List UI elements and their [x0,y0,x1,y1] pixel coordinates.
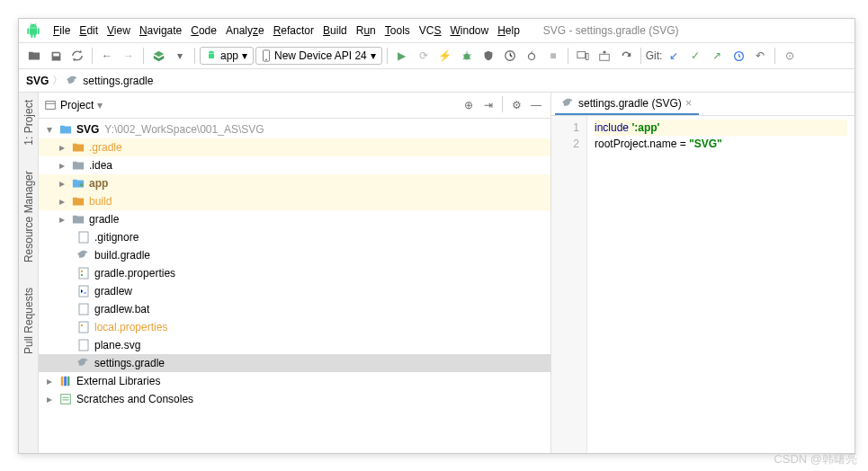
attach-debug-icon[interactable] [522,46,541,66]
open-icon[interactable] [24,46,44,66]
tree-gradle-dir[interactable]: ▸ .gradle [39,138,550,156]
menu-run[interactable]: Run [353,22,380,39]
toolwindow-pull-requests[interactable]: Pull Requests [21,284,37,358]
toolwindow-project[interactable]: 1: Project [21,96,37,149]
coverage-icon[interactable] [479,46,498,66]
tree-gradlew[interactable]: gradlew [39,282,550,300]
code-line: include ':app' [595,120,847,136]
chevron-right-icon: 〉 [52,73,63,88]
svg-rect-17 [79,322,88,333]
module-combo[interactable]: app ▾ [200,47,254,65]
menu-file[interactable]: File [49,22,74,39]
sdk-icon[interactable] [595,46,614,66]
editor-code[interactable]: include ':app' rootProject.name = "SVG" [587,116,855,453]
editor-panel: settings.gradle (SVG) × 1 2 include ':ap… [551,93,855,453]
menu-edit[interactable]: Edit [76,22,102,39]
breadcrumb-root[interactable]: SVG [26,75,49,87]
stop-icon[interactable]: ■ [543,46,563,66]
svg-rect-22 [67,377,70,387]
tree-gitignore[interactable]: .gitignore [39,228,550,246]
chevron-right-icon[interactable]: ▸ [57,178,67,189]
save-icon[interactable] [46,46,66,66]
debug-icon[interactable] [457,46,477,66]
editor-body[interactable]: 1 2 include ':app' rootProject.name = "S… [551,116,855,453]
sync-icon[interactable] [67,46,87,66]
svg-rect-12 [79,268,88,279]
tree-plane-svg[interactable]: plane.svg [39,336,550,354]
gradle-icon [76,356,91,370]
chevron-right-icon[interactable]: ▸ [57,160,67,171]
gear-icon[interactable]: ⚙ [507,96,525,114]
menu-refactor[interactable]: Refactor [270,22,318,39]
editor-tab-settings-gradle[interactable]: settings.gradle (SVG) × [555,93,699,115]
hide-icon[interactable]: — [527,96,545,114]
gradle-sync-icon[interactable] [616,46,636,66]
svg-rect-21 [64,377,67,387]
apply-code-icon[interactable]: ⚡ [435,46,455,66]
git-push-icon[interactable]: ↗ [707,46,727,66]
gradle-icon [67,75,79,87]
device-combo[interactable]: New Device API 24 ▾ [255,47,382,65]
file-icon [76,230,91,244]
menu-code[interactable]: Code [187,22,220,39]
tree-gradle2-dir[interactable]: ▸ gradle [39,210,550,228]
chevron-right-icon[interactable]: ▸ [44,376,55,387]
git-rollback-icon[interactable]: ↶ [750,46,770,66]
tree-external-libraries[interactable]: ▸ External Libraries [39,372,550,390]
forward-icon[interactable]: → [119,46,139,66]
tree-gradlew-bat[interactable]: gradlew.bat [39,300,550,318]
editor-tabs: settings.gradle (SVG) × [551,93,855,116]
tree-settings-gradle[interactable]: settings.gradle [39,354,550,372]
menu-view[interactable]: View [103,22,134,39]
tree-build-gradle[interactable]: build.gradle [39,246,550,264]
chevron-right-icon[interactable]: ▸ [57,142,67,153]
git-history-icon[interactable] [729,46,748,66]
breadcrumb-file[interactable]: settings.gradle [83,75,153,87]
tree-gradle-props[interactable]: gradle.properties [39,264,550,282]
phone-icon [262,49,271,62]
module-icon [71,176,85,191]
locate-icon[interactable]: ⊕ [460,96,478,114]
menu-window[interactable]: Window [446,22,492,39]
svg-rect-13 [81,271,83,272]
close-icon[interactable]: × [685,96,693,110]
chevron-right-icon[interactable]: ▸ [57,196,67,207]
android-logo [26,23,40,38]
chevron-down-icon[interactable]: ▾ [44,124,55,135]
git-commit-icon[interactable]: ✓ [685,46,705,66]
tree-app-dir[interactable]: ▸ app [39,174,550,192]
menu-help[interactable]: Help [494,22,523,39]
tree-local-props[interactable]: local.properties [39,318,550,336]
run-icon[interactable]: ▶ [392,46,412,66]
apply-changes-icon[interactable]: ⟳ [414,46,434,66]
project-panel-header: Project ▾ ⊕ ⇥ ⚙ — [39,93,550,119]
project-view-selector[interactable]: Project ▾ [44,99,456,111]
toolwindow-resource-manager[interactable]: Resource Manager [21,167,37,266]
git-update-icon[interactable]: ↙ [664,46,684,66]
file-icon [76,338,91,352]
project-tree[interactable]: ▾ SVGY:\002_WorkSpace\001_AS\SVG ▸ .grad… [39,119,550,453]
chevron-right-icon[interactable]: ▸ [57,214,67,225]
tree-build-dir[interactable]: ▸ build [39,192,550,210]
menu-analyze[interactable]: Analyze [222,22,268,39]
properties-icon [76,320,91,334]
avd-icon[interactable] [573,46,593,66]
menu-navigate[interactable]: Navigate [136,22,185,39]
menu-tools[interactable]: Tools [381,22,414,39]
tree-scratches[interactable]: ▸ Scratches and Consoles [39,390,550,408]
menu-build[interactable]: Build [319,22,351,39]
menu-vcs[interactable]: VCS [416,22,445,39]
toolbar: ← → ▾ app ▾ New Device API 24 ▾ ▶ ⟳ ⚡ ■ … [19,43,855,69]
profile-icon[interactable] [500,46,520,66]
search-everywhere-icon[interactable]: ⊙ [780,46,800,66]
folder-icon [71,212,85,227]
svg-point-4 [528,53,534,59]
back-icon[interactable]: ← [97,46,117,66]
tree-idea-dir[interactable]: ▸ .idea [39,156,550,174]
ide-window: File Edit View Navigate Code Analyze Ref… [18,18,855,454]
tree-root[interactable]: ▾ SVGY:\002_WorkSpace\001_AS\SVG [39,120,550,138]
dropdown-icon[interactable]: ▾ [170,46,190,66]
build-icon[interactable] [148,46,168,66]
collapse-icon[interactable]: ⇥ [479,96,497,114]
chevron-right-icon[interactable]: ▸ [44,394,55,404]
